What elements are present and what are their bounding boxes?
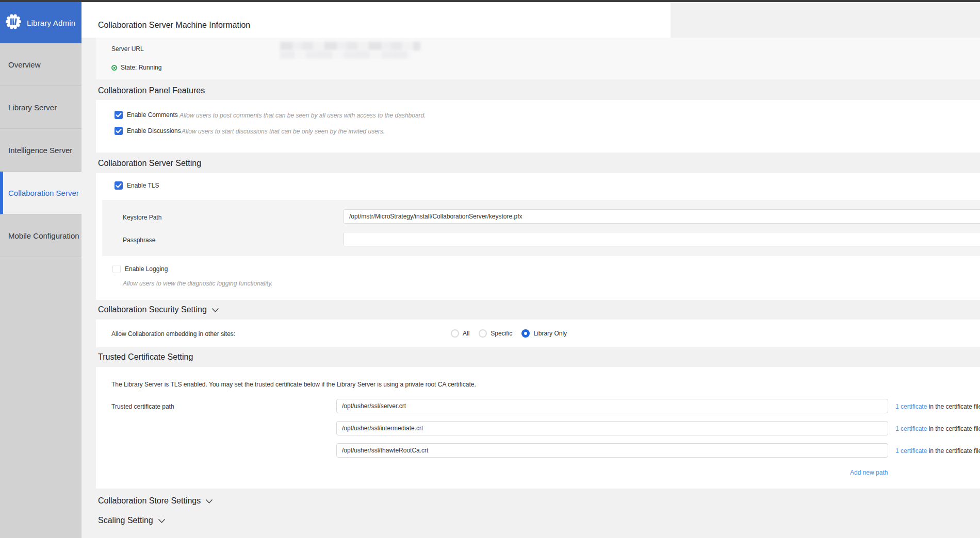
certificate-note-suffix: in the certificate file bbox=[927, 425, 980, 432]
embedding-sites-label: Allow Collaboration embedding in other s… bbox=[111, 330, 235, 338]
radio-option-all[interactable]: All bbox=[451, 329, 469, 338]
enable-tls-row: Enable TLS bbox=[115, 181, 159, 190]
check-icon bbox=[115, 111, 123, 119]
enable-logging-description: Allow users to view the diagnostic loggi… bbox=[123, 280, 273, 287]
section-title-text: Collaboration Panel Features bbox=[98, 86, 205, 95]
sidebar-item-intelligence-server[interactable]: Intelligence Server bbox=[0, 129, 81, 172]
security-setting-panel: Allow Collaboration embedding in other s… bbox=[96, 320, 980, 347]
server-state-text: State: Running bbox=[121, 64, 161, 71]
running-status-icon bbox=[111, 65, 117, 71]
section-title-trusted-certificate: Trusted Certificate Setting bbox=[98, 352, 193, 362]
passphrase-label: Passphrase bbox=[123, 237, 155, 244]
passphrase-input[interactable] bbox=[344, 232, 980, 246]
brand-header: Library Admin bbox=[0, 2, 81, 43]
enable-logging-label[interactable]: Enable Logging bbox=[125, 265, 168, 273]
enable-discussions-row: Enable Discussions bbox=[115, 127, 181, 135]
enable-comments-checkbox[interactable] bbox=[115, 111, 123, 119]
radio-library-only[interactable] bbox=[521, 329, 530, 338]
trusted-certificate-path-label: Trusted certificate path bbox=[111, 403, 174, 410]
trusted-certificate-intro: The Library Server is TLS enabled. You m… bbox=[111, 381, 476, 388]
section-title-panel-features: Collaboration Panel Features bbox=[98, 86, 205, 95]
certificate-count-note: 1 certificate in the certificate file bbox=[895, 425, 980, 432]
enable-comments-description: Allow users to post comments that can be… bbox=[179, 112, 426, 119]
trusted-certificate-panel: The Library Server is TLS enabled. You m… bbox=[96, 367, 980, 489]
enable-logging-row: Enable Logging bbox=[112, 265, 168, 273]
section-title-text: Collaboration Server Setting bbox=[98, 159, 201, 168]
radio-option-specific[interactable]: Specific bbox=[479, 329, 512, 338]
certificate-count-link[interactable]: 1 certificate bbox=[895, 403, 927, 410]
enable-discussions-description: Allow users to start discussions that ca… bbox=[182, 128, 385, 135]
sidebar-item-library-server[interactable]: Library Server bbox=[0, 86, 81, 129]
enable-tls-label[interactable]: Enable TLS bbox=[127, 182, 159, 189]
tls-settings-subpanel: Keystore Path Passphrase bbox=[102, 200, 980, 256]
certificate-note-suffix: in the certificate file bbox=[927, 403, 980, 410]
sidebar-item-label: Collaboration Server bbox=[8, 189, 79, 197]
sidebar-item-label: Mobile Configuration bbox=[8, 231, 79, 240]
section-title-text: Collaboration Security Setting bbox=[98, 305, 207, 314]
sidebar: Library Admin Overview Library Server In… bbox=[0, 2, 81, 538]
enable-discussions-checkbox[interactable] bbox=[115, 127, 123, 135]
embedding-radio-group: All Specific Library Only bbox=[451, 320, 567, 347]
section-title-security-setting[interactable]: Collaboration Security Setting bbox=[98, 305, 219, 314]
certificate-note-suffix: in the certificate file bbox=[927, 447, 980, 455]
server-url-redacted-value bbox=[280, 42, 420, 59]
section-title-text: Trusted Certificate Setting bbox=[98, 352, 193, 362]
radio-option-library-only[interactable]: Library Only bbox=[521, 329, 567, 338]
library-admin-logo-icon bbox=[5, 13, 22, 32]
brand-title: Library Admin bbox=[27, 19, 75, 27]
chevron-down-icon bbox=[158, 516, 166, 526]
section-title-text: Scaling Setting bbox=[98, 516, 153, 525]
server-state-row: State: Running bbox=[111, 64, 161, 71]
radio-specific[interactable] bbox=[479, 329, 487, 338]
certificate-path-input-3[interactable] bbox=[336, 443, 888, 458]
radio-specific-label[interactable]: Specific bbox=[491, 330, 512, 337]
section-title-machine-information: Collaboration Server Machine Information bbox=[98, 21, 250, 30]
keystore-path-input[interactable] bbox=[344, 209, 980, 224]
enable-discussions-label[interactable]: Enable Discussions bbox=[127, 127, 181, 134]
section-title-text: Collaboration Server Machine Information bbox=[98, 21, 250, 30]
radio-library-only-label[interactable]: Library Only bbox=[533, 330, 567, 337]
enable-comments-label[interactable]: Enable Comments bbox=[127, 111, 178, 119]
chevron-down-icon bbox=[211, 306, 219, 315]
section-title-text: Collaboration Store Settings bbox=[98, 496, 201, 506]
sidebar-item-overview[interactable]: Overview bbox=[0, 43, 81, 86]
keystore-path-label: Keystore Path bbox=[123, 214, 161, 221]
sidebar-item-mobile-configuration[interactable]: Mobile Configuration bbox=[0, 214, 81, 257]
enable-tls-checkbox[interactable] bbox=[115, 181, 123, 190]
certificate-count-note: 1 certificate in the certificate file bbox=[895, 447, 980, 455]
chevron-down-icon bbox=[205, 497, 213, 506]
certificate-count-note: 1 certificate in the certificate file bbox=[895, 403, 980, 410]
server-setting-panel: Enable TLS Keystore Path Passphrase Enab… bbox=[96, 173, 980, 300]
certificate-count-link[interactable]: 1 certificate bbox=[895, 447, 927, 455]
add-new-path-link[interactable]: Add new path bbox=[850, 469, 888, 476]
sidebar-item-label: Library Server bbox=[8, 103, 57, 112]
machine-information-panel: Server URL State: Running bbox=[96, 38, 980, 79]
top-white-band bbox=[81, 2, 671, 38]
library-admin-page: Library Admin Overview Library Server In… bbox=[0, 0, 980, 538]
server-url-label: Server URL bbox=[111, 45, 144, 53]
section-title-scaling-setting[interactable]: Scaling Setting bbox=[98, 516, 166, 525]
check-icon bbox=[115, 181, 123, 190]
certificate-path-input-2[interactable] bbox=[336, 421, 888, 435]
section-title-server-setting: Collaboration Server Setting bbox=[98, 159, 201, 168]
sidebar-item-label: Intelligence Server bbox=[8, 146, 72, 155]
radio-all-label[interactable]: All bbox=[463, 330, 469, 337]
check-icon bbox=[115, 127, 123, 135]
enable-logging-checkbox[interactable] bbox=[112, 265, 121, 273]
panel-features-panel: Enable Comments Allow users to post comm… bbox=[96, 100, 980, 153]
enable-comments-row: Enable Comments bbox=[115, 111, 178, 119]
certificate-count-link[interactable]: 1 certificate bbox=[895, 425, 927, 432]
radio-all[interactable] bbox=[451, 329, 459, 338]
sidebar-item-collaboration-server[interactable]: Collaboration Server bbox=[0, 172, 81, 214]
sidebar-item-label: Overview bbox=[8, 60, 41, 69]
certificate-path-input-1[interactable] bbox=[336, 399, 888, 413]
section-title-store-settings[interactable]: Collaboration Store Settings bbox=[98, 496, 213, 506]
